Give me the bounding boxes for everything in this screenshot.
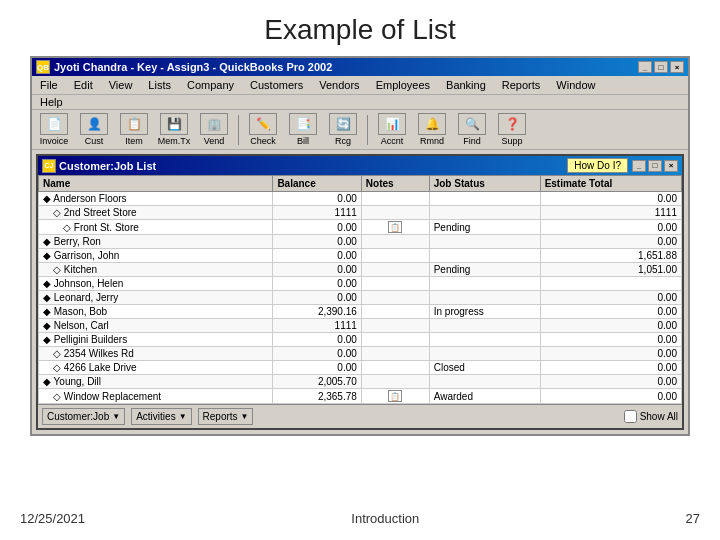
row-estimate-total: 0.00 — [540, 305, 681, 319]
footer-page-number: 27 — [686, 511, 700, 526]
menu-edit[interactable]: Edit — [70, 78, 97, 92]
row-estimate-total: 0.00 — [540, 333, 681, 347]
menu-window[interactable]: Window — [552, 78, 599, 92]
help-bar: Help — [32, 95, 688, 110]
activities-dropdown[interactable]: Activities ▼ — [131, 408, 191, 425]
how-do-i-button[interactable]: How Do I? — [567, 158, 628, 173]
menu-reports[interactable]: Reports — [498, 78, 545, 92]
tool-item[interactable]: 📋 Item — [116, 113, 152, 146]
row-estimate-total: 0.00 — [540, 291, 681, 305]
row-notes — [361, 375, 429, 389]
tool-supp-label: Supp — [501, 136, 522, 146]
row-balance: 0.00 — [273, 263, 361, 277]
list-table-container: Name Balance Notes Job Status Estimate T… — [38, 175, 682, 404]
tool-invoice[interactable]: 📄 Invoice — [36, 113, 72, 146]
table-row[interactable]: ◆ Nelson, Carl11110.00 — [39, 319, 682, 333]
show-all-label: Show All — [640, 411, 678, 422]
table-row[interactable]: ◆ Garrison, John0.001,651.88 — [39, 249, 682, 263]
table-row[interactable]: ◆ Anderson Floors0.000.00 — [39, 192, 682, 206]
maximize-button[interactable]: □ — [654, 61, 668, 73]
customer-job-dropdown[interactable]: Customer:Job ▼ — [42, 408, 125, 425]
tool-rcg[interactable]: 🔄 Rcg — [325, 113, 361, 146]
bottom-bar: Customer:Job ▼ Activities ▼ Reports ▼ Sh… — [38, 404, 682, 428]
row-notes — [361, 291, 429, 305]
row-name: ◆ Anderson Floors — [39, 192, 273, 206]
inner-maximize-button[interactable]: □ — [648, 160, 662, 172]
menu-customers[interactable]: Customers — [246, 78, 307, 92]
tool-rmnd[interactable]: 🔔 Rmnd — [414, 113, 450, 146]
menu-vendors[interactable]: Vendors — [315, 78, 363, 92]
bill-icon: 📑 — [289, 113, 317, 135]
row-job-status — [429, 277, 540, 291]
row-balance: 0.00 — [273, 235, 361, 249]
table-row[interactable]: ◆ Johnson, Helen0.00 — [39, 277, 682, 291]
reports-dropdown[interactable]: Reports ▼ — [198, 408, 254, 425]
quickbooks-window: QB Jyoti Chandra - Key - Assign3 - Quick… — [30, 56, 690, 436]
table-row[interactable]: ◆ Pelligini Builders0.000.00 — [39, 333, 682, 347]
tool-find[interactable]: 🔍 Find — [454, 113, 490, 146]
row-job-status — [429, 235, 540, 249]
title-bar: QB Jyoti Chandra - Key - Assign3 - Quick… — [32, 58, 688, 76]
menu-banking[interactable]: Banking — [442, 78, 490, 92]
menu-lists[interactable]: Lists — [144, 78, 175, 92]
toolbar-separator-2 — [367, 115, 368, 145]
menu-employees[interactable]: Employees — [372, 78, 434, 92]
memtx-icon: 💾 — [160, 113, 188, 135]
footer-section: Introduction — [351, 511, 419, 526]
tool-vend-label: Vend — [204, 136, 225, 146]
table-row[interactable]: ◇ Window Replacement2,365.78📋Awarded0.00 — [39, 389, 682, 404]
row-notes — [361, 192, 429, 206]
menu-help[interactable]: Help — [36, 95, 67, 109]
row-job-status: Awarded — [429, 389, 540, 404]
menu-file[interactable]: File — [36, 78, 62, 92]
table-row[interactable]: ◇ 2354 Wilkes Rd0.000.00 — [39, 347, 682, 361]
tool-cust-label: Cust — [85, 136, 104, 146]
row-notes — [361, 235, 429, 249]
table-row[interactable]: ◆ Mason, Bob2,390.16In progress0.00 — [39, 305, 682, 319]
table-row[interactable]: ◆ Leonard, Jerry0.000.00 — [39, 291, 682, 305]
tool-vend[interactable]: 🏢 Vend — [196, 113, 232, 146]
row-notes: 📋 — [361, 220, 429, 235]
table-row[interactable]: ◇ 4266 Lake Drive0.00Closed0.00 — [39, 361, 682, 375]
col-estimate-total: Estimate Total — [540, 176, 681, 192]
table-row[interactable]: ◇ 2nd Street Store11111111 — [39, 206, 682, 220]
row-estimate-total: 0.00 — [540, 220, 681, 235]
row-balance: 1111 — [273, 319, 361, 333]
row-name: ◆ Mason, Bob — [39, 305, 273, 319]
tool-check[interactable]: ✏️ Check — [245, 113, 281, 146]
row-job-status — [429, 192, 540, 206]
row-balance: 2,365.78 — [273, 389, 361, 404]
inner-minimize-button[interactable]: _ — [632, 160, 646, 172]
table-row[interactable]: ◇ Kitchen0.00Pending1,051.00 — [39, 263, 682, 277]
show-all-checkbox[interactable] — [624, 410, 637, 423]
customer-job-table: Name Balance Notes Job Status Estimate T… — [38, 175, 682, 404]
accnt-icon: 📊 — [378, 113, 406, 135]
row-name: ◆ Young, Dill — [39, 375, 273, 389]
close-button[interactable]: × — [670, 61, 684, 73]
menu-view[interactable]: View — [105, 78, 137, 92]
minimize-button[interactable]: _ — [638, 61, 652, 73]
toolbar: 📄 Invoice 👤 Cust 📋 Item 💾 Mem.Tx 🏢 Vend … — [32, 110, 688, 150]
supp-icon: ❓ — [498, 113, 526, 135]
customer-job-label: Customer:Job — [47, 411, 109, 422]
tool-bill[interactable]: 📑 Bill — [285, 113, 321, 146]
table-row[interactable]: ◆ Berry, Ron0.000.00 — [39, 235, 682, 249]
tool-cust[interactable]: 👤 Cust — [76, 113, 112, 146]
tool-supp[interactable]: ❓ Supp — [494, 113, 530, 146]
row-job-status — [429, 291, 540, 305]
table-row[interactable]: ◆ Young, Dill2,005.700.00 — [39, 375, 682, 389]
tool-memtx[interactable]: 💾 Mem.Tx — [156, 113, 192, 146]
row-name: ◆ Johnson, Helen — [39, 277, 273, 291]
row-name: ◇ Front St. Store — [39, 220, 273, 235]
row-balance: 0.00 — [273, 291, 361, 305]
inner-title-controls[interactable]: _ □ × — [632, 160, 678, 172]
show-all-row: Show All — [624, 410, 678, 423]
tool-accnt[interactable]: 📊 Accnt — [374, 113, 410, 146]
row-balance: 0.00 — [273, 220, 361, 235]
title-bar-controls[interactable]: _ □ × — [638, 61, 684, 73]
row-balance: 0.00 — [273, 333, 361, 347]
menu-company[interactable]: Company — [183, 78, 238, 92]
table-row[interactable]: ◇ Front St. Store0.00📋Pending0.00 — [39, 220, 682, 235]
inner-close-button[interactable]: × — [664, 160, 678, 172]
tool-invoice-label: Invoice — [40, 136, 69, 146]
